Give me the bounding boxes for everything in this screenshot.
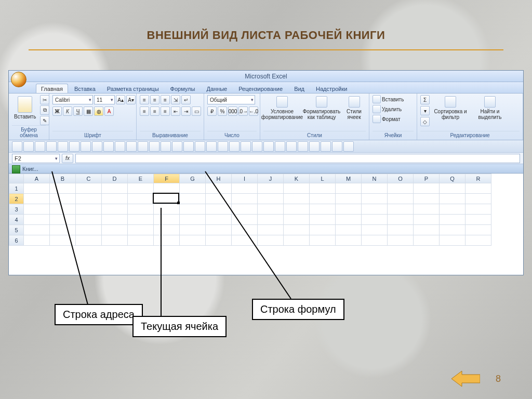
formula-bar[interactable] [75, 154, 520, 163]
qat-btn[interactable] [343, 141, 354, 152]
bold-button[interactable]: Ж [52, 107, 62, 116]
cell-D4[interactable] [102, 215, 128, 225]
cond-format-button[interactable]: Условное форматирование [263, 95, 301, 121]
cell-L5[interactable] [310, 225, 336, 235]
prev-slide-button[interactable] [451, 370, 480, 388]
cell-Q6[interactable] [440, 235, 466, 246]
cell-F4[interactable] [154, 215, 180, 225]
cell-I4[interactable] [232, 215, 258, 225]
office-button[interactable] [11, 72, 26, 87]
cell-J4[interactable] [258, 215, 284, 225]
cell-D2[interactable] [102, 194, 128, 204]
font-size-combo[interactable]: 11 [94, 95, 115, 104]
cell-J2[interactable] [258, 194, 284, 204]
cell-A1[interactable] [24, 183, 50, 194]
cell-K3[interactable] [284, 204, 310, 215]
cell-B5[interactable] [50, 225, 76, 235]
cell-E1[interactable] [128, 183, 154, 194]
col-header-E[interactable]: E [128, 174, 154, 183]
cell-H2[interactable] [206, 194, 232, 204]
qat-btn[interactable] [263, 141, 274, 152]
sheet-grid[interactable]: ABCDEFGHIJKLMNOPQR123456 [9, 174, 523, 275]
cell-L6[interactable] [310, 235, 336, 246]
cell-G3[interactable] [180, 204, 206, 215]
grow-font-button[interactable]: A▴ [116, 95, 125, 104]
cell-Q5[interactable] [440, 225, 466, 235]
col-header-M[interactable]: M [336, 174, 362, 183]
currency-button[interactable]: ₽ [207, 107, 217, 116]
col-header-L[interactable]: L [310, 174, 336, 183]
qat-btn[interactable] [103, 141, 114, 152]
align-left-button[interactable]: ≡ [140, 107, 149, 116]
cell-N2[interactable] [362, 194, 388, 204]
cell-H4[interactable] [206, 215, 232, 225]
align-bot-button[interactable]: ≡ [161, 95, 170, 104]
cell-P6[interactable] [414, 235, 440, 246]
cell-E2[interactable] [128, 194, 154, 204]
qat-btn[interactable] [252, 141, 262, 152]
tab-home[interactable]: Главная [36, 84, 68, 93]
cell-E4[interactable] [128, 215, 154, 225]
font-color-button[interactable]: A [104, 107, 114, 116]
qat-btn[interactable] [161, 141, 171, 152]
qat-btn[interactable] [81, 141, 91, 152]
indent-inc-button[interactable]: ⇥ [181, 107, 191, 116]
cell-C4[interactable] [76, 215, 102, 225]
qat-btn[interactable] [58, 141, 68, 152]
indent-dec-button[interactable]: ⇤ [171, 107, 180, 116]
cell-D6[interactable] [102, 235, 128, 246]
cell-styles-button[interactable]: Стили ячеек [342, 95, 366, 121]
inc-decimal-button[interactable]: .0→ [238, 107, 248, 116]
cell-F2[interactable] [154, 194, 180, 204]
row-header-4[interactable]: 4 [9, 215, 24, 225]
italic-button[interactable]: К [63, 107, 72, 116]
tab-pagelayout[interactable]: Разметка страницы [102, 84, 164, 93]
cell-E5[interactable] [128, 225, 154, 235]
qat-btn[interactable] [206, 141, 217, 152]
cell-L3[interactable] [310, 204, 336, 215]
cell-M4[interactable] [336, 215, 362, 225]
cell-F5[interactable] [154, 225, 180, 235]
percent-button[interactable]: % [218, 107, 227, 116]
cell-M3[interactable] [336, 204, 362, 215]
cell-G5[interactable] [180, 225, 206, 235]
shrink-font-button[interactable]: A▾ [126, 95, 136, 104]
copy-button[interactable]: ⧉ [40, 105, 49, 115]
col-header-I[interactable]: I [232, 174, 258, 183]
cell-O2[interactable] [388, 194, 414, 204]
delete-cells-button[interactable]: Удалить [382, 107, 402, 112]
col-header-J[interactable]: J [258, 174, 284, 183]
col-header-Q[interactable]: Q [440, 174, 466, 183]
cell-I2[interactable] [232, 194, 258, 204]
fill-button[interactable]: ▾ [420, 106, 430, 115]
select-all-corner[interactable] [9, 174, 24, 183]
orientation-button[interactable]: ⇲ [171, 95, 180, 104]
cell-K6[interactable] [284, 235, 310, 246]
cell-K2[interactable] [284, 194, 310, 204]
align-center-button[interactable]: ≡ [150, 107, 159, 116]
autosum-button[interactable]: Σ [420, 95, 430, 104]
cell-C6[interactable] [76, 235, 102, 246]
qat-btn[interactable] [35, 141, 45, 152]
cell-A6[interactable] [24, 235, 50, 246]
align-right-button[interactable]: ≡ [161, 107, 170, 116]
col-header-O[interactable]: O [388, 174, 414, 183]
cell-N4[interactable] [362, 215, 388, 225]
cell-G6[interactable] [180, 235, 206, 246]
cell-O5[interactable] [388, 225, 414, 235]
cut-button[interactable]: ✂ [40, 95, 49, 104]
cell-D5[interactable] [102, 225, 128, 235]
cell-E3[interactable] [128, 204, 154, 215]
cell-C3[interactable] [76, 204, 102, 215]
cell-N3[interactable] [362, 204, 388, 215]
cell-B2[interactable] [50, 194, 76, 204]
cell-A5[interactable] [24, 225, 50, 235]
cell-P1[interactable] [414, 183, 440, 194]
tab-review[interactable]: Рецензирование [233, 84, 288, 93]
fill-color-button[interactable]: ◍ [94, 107, 103, 116]
cell-P3[interactable] [414, 204, 440, 215]
cell-O3[interactable] [388, 204, 414, 215]
col-header-R[interactable]: R [466, 174, 491, 183]
align-mid-button[interactable]: ≡ [150, 95, 159, 104]
cell-Q1[interactable] [440, 183, 466, 194]
